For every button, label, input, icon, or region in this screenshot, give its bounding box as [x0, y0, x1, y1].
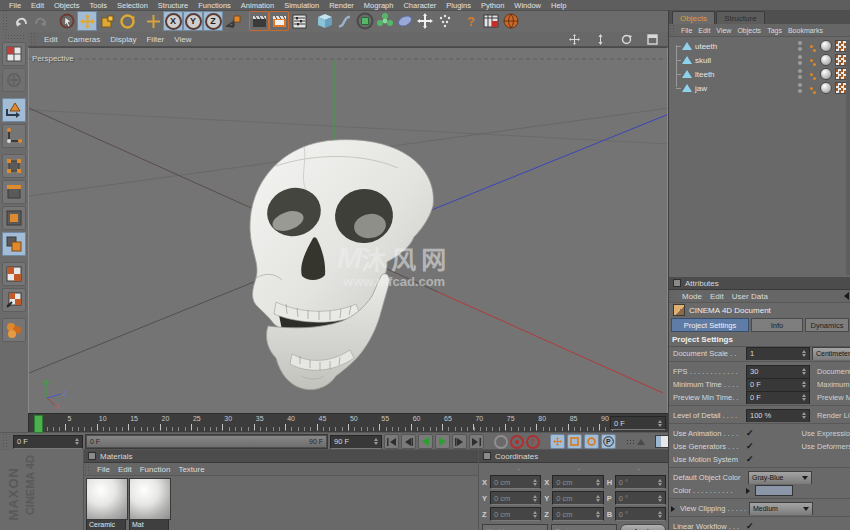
menu-item[interactable]: Help	[546, 1, 571, 10]
record-active-objects-button[interactable]	[510, 435, 524, 449]
current-frame-field[interactable]: 0 F	[13, 435, 83, 449]
play-backward-button[interactable]	[418, 434, 433, 449]
points-mode-icon[interactable]	[2, 154, 26, 178]
object-name[interactable]: uteeth	[695, 42, 717, 51]
visibility-dots[interactable]	[798, 83, 802, 93]
tab-project-settings[interactable]: Project Settings	[671, 318, 749, 332]
scroll-left-icon[interactable]	[832, 292, 849, 300]
visibility-dots[interactable]	[798, 69, 802, 79]
visibility-dots[interactable]	[798, 55, 802, 65]
phong-tag-icon[interactable]	[810, 87, 813, 90]
materials-menu-item[interactable]: Edit	[114, 465, 136, 474]
add-expand-icon[interactable]	[415, 11, 435, 31]
texture-axis-mode-icon[interactable]	[2, 288, 26, 312]
zoom-view-icon[interactable]	[589, 34, 612, 45]
rotate-view-icon[interactable]	[615, 34, 638, 45]
object-row[interactable]: skull	[669, 53, 850, 67]
menu-item[interactable]: Tools	[84, 1, 112, 10]
object-manager-menu-item[interactable]: Edit	[695, 27, 713, 34]
apply-button[interactable]: Apply	[620, 524, 666, 530]
add-particles-icon[interactable]	[435, 11, 455, 31]
transport-drag-handle[interactable]	[2, 433, 8, 450]
polygon-object-icon[interactable]	[682, 84, 692, 92]
object-manager-menu-item[interactable]: View	[713, 27, 734, 34]
move-tool-icon[interactable]	[77, 11, 97, 31]
timeline-end-frame-field[interactable]: 0 F	[610, 416, 666, 430]
menu-item[interactable]: Edit	[26, 1, 49, 10]
menu-item[interactable]: Character	[398, 1, 441, 10]
polygon-object-icon[interactable]	[682, 42, 692, 50]
document-scale-unit-dropdown[interactable]: Centimeters	[812, 347, 850, 360]
menu-item[interactable]: Mograph	[359, 1, 399, 10]
object-name[interactable]: lteeth	[695, 70, 715, 79]
preview-min-time-field[interactable]: 0 F	[746, 391, 810, 404]
expand-arrow-icon[interactable]	[671, 506, 678, 512]
viewport-view-label[interactable]: Perspective	[32, 54, 74, 63]
viewport-menu-item[interactable]: Cameras	[63, 35, 105, 44]
goto-start-button[interactable]	[384, 434, 399, 449]
use-motion-system-checkbox[interactable]: ✓	[746, 455, 754, 464]
position-y-field[interactable]: 0 cm	[490, 491, 541, 505]
texture-mode-icon[interactable]	[2, 262, 26, 286]
rotate-tool-icon[interactable]	[117, 11, 137, 31]
live-selection-icon[interactable]	[57, 11, 77, 31]
add-array-icon[interactable]	[375, 11, 395, 31]
object-row[interactable]: jaw	[669, 81, 850, 95]
object-name[interactable]: skull	[695, 56, 711, 65]
document-scale-field[interactable]: 1	[746, 347, 810, 360]
material-item[interactable]: Ceramic	[86, 478, 126, 530]
object-row[interactable]: lteeth	[669, 67, 850, 81]
next-key-button[interactable]	[452, 434, 467, 449]
size-x-field[interactable]: 0 cm	[552, 475, 603, 489]
menu-item[interactable]: File	[4, 1, 26, 10]
viewport-menu-item[interactable]: View	[169, 35, 196, 44]
materials-drag-handle[interactable]	[84, 463, 90, 475]
frame-range-slider[interactable]: 0 F 90 F	[85, 434, 328, 449]
material-tag-icon[interactable]	[820, 54, 832, 66]
object-manager-scrollbar[interactable]	[846, 40, 850, 275]
lock-y-axis-icon[interactable]: Y	[183, 11, 203, 31]
materials-menu-item[interactable]: File	[93, 465, 114, 474]
tab-structure[interactable]: Structure	[716, 11, 764, 24]
object-row[interactable]: uteeth	[669, 39, 850, 53]
object-manager-menu-item[interactable]: File	[678, 27, 695, 34]
help-icon[interactable]: ?	[461, 11, 481, 31]
menu-item[interactable]: Plugins	[441, 1, 476, 10]
menu-item[interactable]: Window	[509, 1, 546, 10]
record-button[interactable]	[494, 435, 508, 449]
key-scale-toggle[interactable]	[567, 434, 582, 449]
size-z-field[interactable]: 0 cm	[552, 507, 603, 521]
add-subdivision-surface-icon[interactable]	[355, 11, 375, 31]
viewport-menu-item[interactable]: Display	[105, 35, 141, 44]
viewport-menu-item[interactable]: Edit	[39, 35, 63, 44]
polygon-object-icon[interactable]	[682, 56, 692, 64]
material-preview-sphere[interactable]	[129, 478, 171, 520]
material-tag-icon[interactable]	[820, 68, 832, 80]
edges-mode-icon[interactable]	[2, 180, 26, 204]
render-view-icon[interactable]	[249, 11, 269, 31]
position-x-field[interactable]: 0 cm	[490, 475, 541, 489]
default-object-color-dropdown[interactable]: Gray-Blue	[748, 471, 812, 484]
menu-item[interactable]: Structure	[153, 1, 193, 10]
object-manager-menu-item[interactable]: Bookmarks	[785, 27, 826, 34]
key-parameter-toggle[interactable]: P	[601, 434, 616, 449]
menu-item[interactable]: Render	[324, 1, 359, 10]
color-swatch[interactable]	[755, 485, 793, 496]
use-animation-checkbox[interactable]: ✓	[746, 429, 754, 438]
panel-icon[interactable]	[88, 452, 96, 460]
frame-range-bar[interactable]	[87, 436, 326, 447]
globe-icon[interactable]	[501, 11, 521, 31]
add-spline-icon[interactable]	[335, 11, 355, 31]
use-model-tool-icon[interactable]	[2, 68, 26, 92]
viewport-canvas[interactable]: Perspective	[28, 47, 668, 415]
tab-dynamics[interactable]: Dynamics	[805, 318, 849, 332]
undo-icon[interactable]	[11, 11, 31, 31]
fps-field[interactable]: 30	[746, 365, 810, 378]
phong-tag-icon[interactable]	[810, 59, 813, 62]
panel-icon[interactable]	[483, 452, 491, 460]
previous-key-button[interactable]	[401, 434, 416, 449]
object-manager-drag-handle[interactable]	[669, 24, 675, 36]
attributes-drag-handle[interactable]	[669, 290, 675, 302]
minimum-time-field[interactable]: 0 F	[746, 378, 810, 391]
edit-render-settings-icon[interactable]	[289, 11, 309, 31]
